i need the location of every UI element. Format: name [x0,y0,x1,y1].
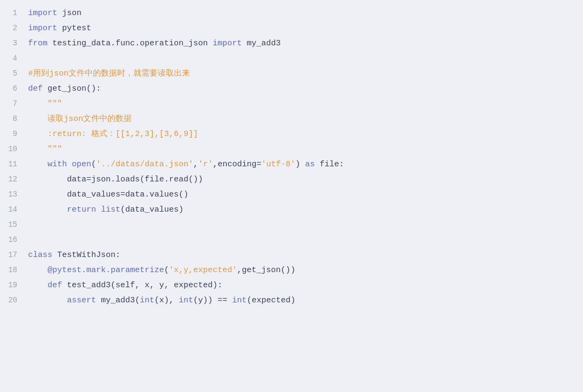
token-plain: json [57,9,82,18]
line-content: @pytest.mark.parametrize('x,y,expected',… [28,263,583,278]
token-plain: ) [295,160,305,169]
token-builtin: int [232,296,247,305]
code-line: 5#用到json文件中的数据时，就需要读取出来 [0,67,583,82]
token-str: 'utf-8' [261,160,295,169]
token-plain [96,205,101,214]
line-number: 1 [0,7,28,20]
line-number: 19 [0,279,28,292]
token-plain: ( [91,160,96,169]
token-plain: (x), [154,296,179,305]
code-line: 12 data=json.loads(file.read()) [0,173,583,188]
code-line: 6def get_json(): [0,82,583,97]
line-content: data=json.loads(file.read()) [28,173,583,187]
line-number: 11 [0,158,28,171]
token-builtin: int [179,296,193,305]
token-kw: assert [67,296,96,305]
line-content [28,218,583,232]
token-plain: , [193,160,198,169]
token-docstring: 读取json文件中的数据 [48,114,132,124]
code-line: 13 data_values=data.values() [0,188,583,203]
line-number: 3 [0,37,28,50]
token-plain [28,296,67,305]
code-line: 4 [0,52,583,67]
token-plain: ( [164,266,169,275]
line-content: import json [28,6,583,21]
line-content: def test_add3(self, x, y, expected): [28,279,583,293]
line-number: 20 [0,294,28,307]
token-builtin: list [101,205,120,214]
token-plain: TestWithJson: [52,251,120,260]
code-line: 7 """ [0,97,583,112]
line-number: 17 [0,249,28,262]
token-plain [28,130,48,139]
code-line: 19 def test_add3(self, x, y, expected): [0,279,583,294]
line-number: 7 [0,98,28,111]
token-docstring: :return: 格式：[[1,2,3],[3,6,9]] [48,130,198,139]
line-number: 14 [0,204,28,217]
line-content: data_values=data.values() [28,188,583,202]
line-content [28,233,583,247]
token-plain: my_add3 [242,39,281,48]
line-number: 6 [0,83,28,96]
code-line: 8 读取json文件中的数据 [0,112,583,127]
line-number: 2 [0,22,28,35]
code-line: 1import json [0,6,583,22]
code-line: 15 [0,218,583,233]
code-line: 16 [0,233,583,248]
code-line: 9 :return: 格式：[[1,2,3],[3,6,9]] [0,127,583,143]
line-content: from testing_data.func.operation_json im… [28,37,583,51]
token-kw: return [67,205,96,214]
token-kw: import [28,9,57,18]
token-kw: def [48,281,62,290]
token-builtin: int [140,296,154,305]
token-plain: testing_data.func.operation_json [48,39,213,48]
line-content: :return: 格式：[[1,2,3],[3,6,9]] [28,127,583,141]
token-plain [28,266,48,275]
token-plain [28,160,48,169]
token-comment: #用到json文件中的数据时，就需要读取出来 [28,69,190,78]
token-plain [28,99,48,109]
token-plain [28,114,48,124]
line-content: """ [28,97,583,111]
line-content: #用到json文件中的数据时，就需要读取出来 [28,67,583,81]
token-plain: (expected) [247,296,295,305]
code-line: 3from testing_data.func.operation_json i… [0,37,583,52]
token-plain: pytest [57,24,91,33]
line-number: 18 [0,264,28,277]
line-content: def get_json(): [28,82,583,96]
token-plain [67,160,72,169]
line-number: 9 [0,128,28,141]
line-number: 10 [0,143,28,156]
token-plain: (y)) == [193,296,232,305]
token-decorator: @pytest.mark.parametrize [48,266,164,275]
token-plain: my_add3( [96,296,140,305]
token-plain: get_json(): [43,84,101,93]
line-number: 5 [0,67,28,80]
token-plain: ,encoding= [213,160,261,169]
token-plain: test_add3(self, x, y, expected): [62,281,222,290]
token-plain: data=json.loads(file.read()) [28,175,203,184]
token-str: 'x,y,expected' [169,266,237,275]
line-content [28,52,583,66]
token-plain [28,145,48,154]
token-str: '../datas/data.json' [96,160,193,169]
token-kw: import [213,39,242,48]
token-docstring: """ [48,145,62,154]
line-number: 4 [0,52,28,65]
line-number: 12 [0,173,28,186]
code-editor: 1import json2import pytest3from testing_… [0,0,583,392]
token-str: 'r' [198,160,213,169]
token-kw: import [28,24,57,33]
line-number: 15 [0,219,28,232]
code-line: 10 """ [0,143,583,158]
token-kw: with [48,160,67,169]
line-content: """ [28,143,583,157]
token-docstring: """ [48,99,62,109]
line-content: 读取json文件中的数据 [28,112,583,126]
line-number: 13 [0,188,28,201]
line-content: class TestWithJson: [28,248,583,262]
token-plain: (data_values) [120,205,184,214]
token-kw: def [28,84,43,93]
token-plain: file: [315,160,344,169]
token-plain: ,get_json()) [237,266,295,275]
